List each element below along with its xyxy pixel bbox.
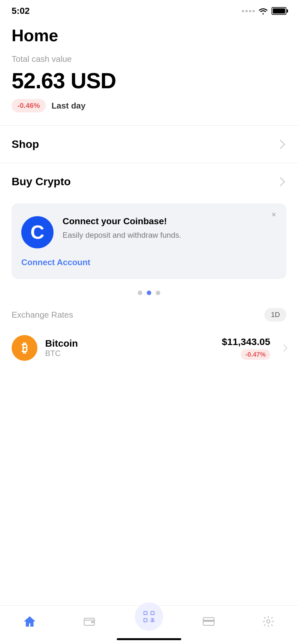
gear-icon (261, 614, 275, 629)
coinbase-logo: C (21, 216, 54, 248)
bitcoin-row[interactable]: ₿ Bitcoin BTC $11,343.05 -0.47% (12, 331, 286, 365)
coinbase-logo-letter: C (30, 223, 44, 242)
battery-icon (272, 7, 286, 15)
svg-rect-9 (203, 620, 214, 622)
tab-settings[interactable] (255, 614, 281, 629)
portfolio-label: Total cash value (12, 54, 286, 64)
coinbase-card: × C Connect your Coinbase! Easily deposi… (12, 203, 286, 279)
svg-rect-2 (144, 611, 147, 615)
bitcoin-symbol: BTC (45, 349, 214, 358)
scan-icon (142, 610, 156, 624)
scan-button[interactable] (135, 602, 163, 631)
svg-rect-4 (144, 619, 147, 622)
card-subtitle: Easily deposit and withdraw funds. (63, 230, 277, 241)
tab-cards[interactable] (196, 614, 222, 629)
card-close-button[interactable]: × (269, 210, 279, 219)
bitcoin-price: $11,343.05 (222, 336, 270, 347)
bitcoin-icon-text: ₿ (22, 341, 28, 355)
dot-3[interactable] (156, 291, 160, 295)
connect-account-link[interactable]: Connect Account (21, 257, 90, 267)
wifi-icon (259, 7, 268, 14)
bitcoin-chevron-icon (280, 344, 288, 352)
wallet-icon (82, 614, 96, 629)
home-indicator (117, 638, 181, 640)
shop-nav-item[interactable]: Shop (12, 126, 286, 163)
status-time: 5:02 (12, 6, 30, 16)
card-icon (202, 614, 216, 629)
period-badge[interactable]: 1D (264, 308, 286, 322)
change-badge: -0.46% (12, 99, 46, 112)
exchange-rates-title: Exchange Rates (12, 310, 73, 320)
bitcoin-info: Bitcoin BTC (45, 338, 214, 358)
portfolio-value: 52.63 USD (12, 68, 286, 93)
bitcoin-icon: ₿ (12, 335, 37, 361)
tab-home[interactable] (17, 614, 43, 629)
svg-rect-3 (151, 611, 154, 615)
portfolio-change-row: -0.46% Last day (12, 99, 286, 112)
bitcoin-name: Bitcoin (45, 338, 214, 349)
buy-crypto-chevron-icon (276, 177, 285, 186)
buy-crypto-nav-item[interactable]: Buy Crypto (12, 163, 286, 200)
status-icons (242, 7, 286, 15)
change-period: Last day (52, 101, 86, 111)
tab-wallet[interactable] (76, 614, 102, 629)
svg-rect-1 (91, 621, 94, 623)
home-icon (23, 614, 37, 629)
dot-1[interactable] (138, 291, 142, 295)
status-bar: 5:02 (0, 0, 298, 19)
carousel-dots (12, 291, 286, 295)
svg-point-10 (267, 620, 270, 623)
bitcoin-change: -0.47% (241, 349, 270, 360)
main-content: Home Total cash value 52.63 USD -0.46% L… (0, 19, 298, 365)
page-title: Home (12, 26, 286, 45)
card-title: Connect your Coinbase! (63, 216, 277, 226)
shop-label: Shop (12, 138, 39, 150)
signal-icon (242, 10, 255, 12)
shop-chevron-icon (276, 139, 285, 149)
tab-scan[interactable] (136, 612, 162, 631)
card-text: Connect your Coinbase! Easily deposit an… (63, 216, 277, 241)
card-action: Connect Account (21, 257, 277, 267)
dot-2[interactable] (147, 291, 151, 295)
bitcoin-price-block: $11,343.05 -0.47% (222, 336, 270, 360)
card-body: C Connect your Coinbase! Easily deposit … (21, 216, 277, 248)
buy-crypto-label: Buy Crypto (12, 175, 71, 188)
exchange-rates-header: Exchange Rates 1D (12, 308, 286, 322)
